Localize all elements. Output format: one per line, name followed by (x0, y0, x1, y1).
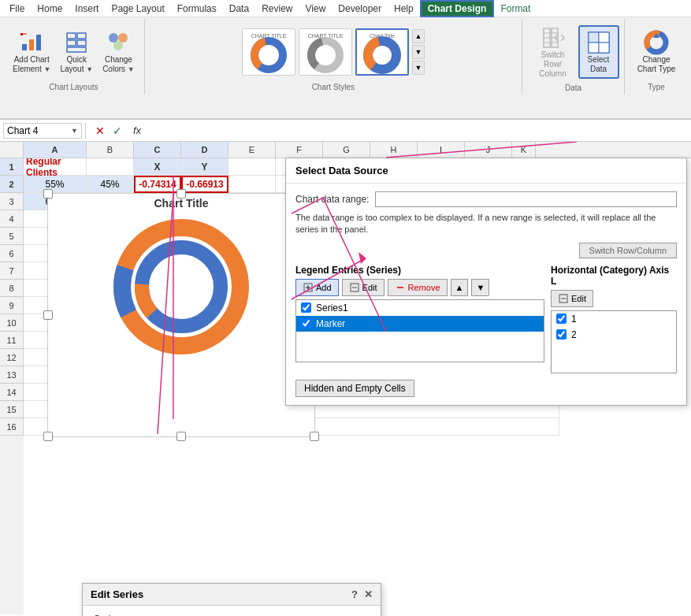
chart-resize-handle-bl[interactable] (43, 432, 53, 441)
confirm-formula-btn[interactable]: ✓ (110, 123, 125, 139)
change-chart-type-button[interactable]: ChangeChart Type (633, 27, 681, 77)
select-data-dialog-body: Chart data range: The data range is too … (286, 184, 686, 405)
chart-resize-handle-ml[interactable] (43, 310, 53, 320)
series-item-marker[interactable]: Marker (296, 316, 544, 332)
col-header-j[interactable]: J (465, 142, 512, 158)
chart-style-3[interactable]: Chart Title (355, 28, 409, 76)
hidden-cells-btn[interactable]: Hidden and Empty Cells (295, 380, 414, 397)
edit-series-title: Edit Series (91, 588, 143, 600)
menu-file[interactable]: File (3, 2, 31, 16)
move-up-btn[interactable]: ▲ (451, 279, 469, 296)
row-header-5[interactable]: 5 (0, 228, 24, 245)
menu-view[interactable]: View (299, 2, 332, 16)
row-header-13[interactable]: 13 (0, 366, 24, 384)
axis-item-2[interactable]: 2 (552, 327, 676, 343)
cell-a2[interactable]: 55% (24, 176, 87, 193)
menu-developer[interactable]: Developer (332, 2, 388, 16)
axis-item-1[interactable]: 1 (552, 311, 676, 327)
axis2-checkbox[interactable] (556, 329, 567, 340)
donut-chart (110, 216, 252, 358)
marker-checkbox[interactable] (301, 318, 311, 328)
chart-data-range-input[interactable] (375, 191, 677, 207)
chart-resize-handle-br[interactable] (310, 432, 319, 441)
cell-a1[interactable]: Regular Clients (24, 158, 87, 176)
row-header-14[interactable]: 14 (0, 384, 24, 401)
edit-series-btn[interactable]: Edit (342, 279, 385, 296)
menu-home[interactable]: Home (31, 2, 69, 16)
col-header-e[interactable]: E (228, 142, 276, 158)
cell-b1[interactable] (87, 158, 134, 176)
edit-series-close-btn[interactable]: ✕ (364, 588, 373, 600)
col-header-i[interactable]: I (418, 142, 465, 158)
menu-review[interactable]: Review (255, 2, 299, 16)
cell-d1[interactable]: Y (181, 158, 228, 176)
legend-entries-buttons: Add Edit Remove ▲ ▼ (295, 279, 544, 296)
row-header-3[interactable]: 3 (0, 193, 24, 210)
cell-e2[interactable] (228, 176, 276, 193)
cell-c2[interactable]: -0.74314 (134, 176, 181, 193)
menu-data[interactable]: Data (223, 2, 255, 16)
styles-scroll-expand[interactable]: ▼ (412, 61, 425, 75)
menu-format[interactable]: Format (494, 2, 537, 16)
row-header-7[interactable]: 7 (0, 262, 24, 280)
cell-c1[interactable]: X (134, 158, 181, 176)
remove-series-btn[interactable]: Remove (388, 279, 448, 296)
cell-b2[interactable]: 45% (87, 176, 134, 193)
menu-chart-design[interactable]: Chart Design (420, 0, 495, 17)
quick-layout-button[interactable]: QuickLayout ▼ (55, 27, 98, 77)
axis-edit-btn[interactable]: Edit (551, 290, 593, 307)
edit-series-help-btn[interactable]: ? (351, 588, 358, 600)
col-header-f[interactable]: F (276, 142, 323, 158)
col-header-a[interactable]: A (24, 142, 87, 158)
cell-e1[interactable] (228, 158, 276, 176)
change-chart-type-icon (644, 30, 669, 55)
add-chart-element-button[interactable]: Add ChartElement ▼ (8, 27, 55, 77)
row-header-16[interactable]: 16 (0, 418, 24, 436)
row-header-9[interactable]: 9 (0, 297, 24, 314)
row-header-8[interactable]: 8 (0, 280, 24, 297)
row-header-11[interactable]: 11 (0, 332, 24, 349)
menu-formulas[interactable]: Formulas (171, 2, 223, 16)
formula-input[interactable] (146, 125, 688, 136)
menu-help[interactable]: Help (388, 2, 420, 16)
chart-style-1[interactable]: CHART TITLE (242, 28, 295, 76)
select-data-button[interactable]: SelectData (578, 25, 619, 79)
col-header-k[interactable]: K (512, 142, 536, 158)
styles-scroll-down[interactable]: ▼ (412, 45, 425, 59)
chart-title[interactable]: Chart Title (48, 197, 314, 210)
horizontal-axis-panel: Horizontal (Category) Axis L Edit 1 2 (551, 265, 677, 373)
series-item-series1[interactable]: Series1 (296, 300, 544, 316)
chart-resize-handle-tl[interactable] (43, 189, 53, 199)
chart-area[interactable]: Chart Title (47, 193, 315, 437)
cancel-formula-btn[interactable]: ✕ (92, 123, 108, 139)
series1-checkbox[interactable] (301, 302, 311, 313)
switch-row-column-button[interactable]: Switch Row/Column (528, 22, 578, 82)
chart-style-2[interactable]: CHART TITLE (299, 28, 352, 76)
row-header-15[interactable]: 15 (0, 401, 24, 418)
col-header-d[interactable]: D (181, 142, 228, 158)
row-header-1[interactable]: 1 (0, 158, 24, 176)
styles-scroll-up[interactable]: ▲ (412, 29, 425, 43)
horizontal-axis-header: Horizontal (Category) Axis L (551, 265, 677, 287)
menu-insert[interactable]: Insert (69, 2, 105, 16)
name-box-dropdown[interactable]: ▼ (71, 127, 78, 135)
row-header-6[interactable]: 6 (0, 245, 24, 262)
col-header-g[interactable]: G (323, 142, 370, 158)
row-header-12[interactable]: 12 (0, 349, 24, 366)
chart-resize-handle-tm[interactable] (176, 189, 186, 199)
col-header-h[interactable]: H (370, 142, 418, 158)
row-header-4[interactable]: 4 (0, 210, 24, 228)
add-series-btn[interactable]: Add (295, 279, 339, 296)
col-header-b[interactable]: B (87, 142, 134, 158)
chart-resize-handle-bm[interactable] (176, 432, 186, 441)
switch-row-column-dialog-btn[interactable]: Switch Row/Column (579, 243, 677, 258)
change-colors-button[interactable]: ChangeColors ▼ (98, 27, 139, 77)
axis1-checkbox[interactable] (556, 314, 567, 324)
move-down-btn[interactable]: ▼ (471, 279, 489, 296)
row-header-2[interactable]: 2 (0, 176, 24, 193)
menu-page-layout[interactable]: Page Layout (105, 2, 170, 16)
row-header-10[interactable]: 10 (0, 314, 24, 332)
col-header-c[interactable]: C (134, 142, 181, 158)
cell-d2[interactable]: -0.66913 (181, 176, 228, 193)
name-box[interactable]: Chart 4 ▼ (3, 123, 82, 139)
